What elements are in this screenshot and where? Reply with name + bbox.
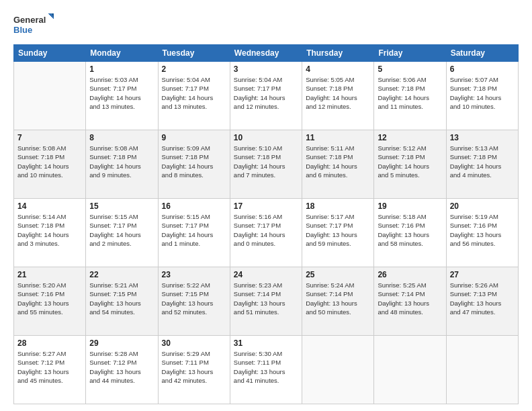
day-number: 13 [450, 133, 515, 142]
svg-text:General: General [13, 15, 46, 25]
day-info: Sunrise: 5:10 AMSunset: 7:18 PMDaylight:… [234, 144, 298, 179]
day-info: Sunrise: 5:24 AMSunset: 7:14 PMDaylight:… [306, 281, 370, 316]
day-info: Sunrise: 5:15 AMSunset: 7:17 PMDaylight:… [162, 212, 226, 248]
day-number: 8 [89, 133, 154, 142]
week-row-5: 28Sunrise: 5:27 AMSunset: 7:12 PMDayligh… [14, 336, 519, 404]
day-info: Sunrise: 5:07 AMSunset: 7:18 PMDaylight:… [450, 75, 515, 111]
day-info: Sunrise: 5:17 AMSunset: 7:17 PMDaylight:… [306, 212, 370, 248]
day-number: 3 [234, 64, 298, 74]
day-info: Sunrise: 5:13 AMSunset: 7:18 PMDaylight:… [450, 144, 515, 179]
day-info: Sunrise: 5:08 AMSunset: 7:18 PMDaylight:… [89, 144, 154, 179]
day-info: Sunrise: 5:06 AMSunset: 7:18 PMDaylight:… [378, 75, 442, 111]
calendar-cell: 28Sunrise: 5:27 AMSunset: 7:12 PMDayligh… [14, 336, 86, 404]
weekday-tuesday: Tuesday [158, 45, 230, 62]
logo-svg: General Blue [13, 11, 54, 38]
day-info: Sunrise: 5:30 AMSunset: 7:11 PMDaylight:… [234, 349, 298, 385]
day-number: 1 [89, 64, 154, 74]
calendar-cell: 24Sunrise: 5:23 AMSunset: 7:14 PMDayligh… [230, 267, 302, 336]
day-number: 20 [450, 201, 515, 211]
calendar-cell: 18Sunrise: 5:17 AMSunset: 7:17 PMDayligh… [302, 199, 374, 267]
day-number: 21 [17, 270, 82, 279]
day-number: 14 [17, 201, 82, 211]
calendar-cell: 1Sunrise: 5:03 AMSunset: 7:17 PMDaylight… [86, 62, 158, 130]
day-number: 27 [450, 270, 515, 279]
day-info: Sunrise: 5:04 AMSunset: 7:17 PMDaylight:… [234, 75, 298, 111]
day-info: Sunrise: 5:05 AMSunset: 7:18 PMDaylight:… [306, 75, 370, 111]
day-number: 28 [17, 338, 82, 348]
day-number: 31 [234, 338, 298, 348]
day-info: Sunrise: 5:11 AMSunset: 7:18 PMDaylight:… [306, 144, 370, 179]
week-row-4: 21Sunrise: 5:20 AMSunset: 7:16 PMDayligh… [14, 267, 519, 336]
day-info: Sunrise: 5:08 AMSunset: 7:18 PMDaylight:… [17, 144, 82, 179]
calendar-cell [302, 336, 374, 404]
calendar-cell: 5Sunrise: 5:06 AMSunset: 7:18 PMDaylight… [374, 62, 446, 130]
day-info: Sunrise: 5:18 AMSunset: 7:16 PMDaylight:… [378, 212, 442, 248]
header: General Blue [13, 11, 519, 38]
day-info: Sunrise: 5:29 AMSunset: 7:11 PMDaylight:… [162, 349, 226, 385]
day-number: 7 [17, 133, 82, 142]
logo: General Blue [13, 11, 54, 38]
calendar-cell: 10Sunrise: 5:10 AMSunset: 7:18 PMDayligh… [230, 130, 302, 199]
day-number: 26 [378, 270, 442, 279]
day-info: Sunrise: 5:15 AMSunset: 7:17 PMDaylight:… [89, 212, 154, 248]
day-number: 23 [162, 270, 226, 279]
calendar-cell: 11Sunrise: 5:11 AMSunset: 7:18 PMDayligh… [302, 130, 374, 199]
day-number: 18 [306, 201, 370, 211]
day-info: Sunrise: 5:27 AMSunset: 7:12 PMDaylight:… [17, 349, 82, 385]
calendar-cell: 7Sunrise: 5:08 AMSunset: 7:18 PMDaylight… [14, 130, 86, 199]
calendar-cell: 14Sunrise: 5:14 AMSunset: 7:18 PMDayligh… [14, 199, 86, 267]
svg-text:Blue: Blue [13, 25, 32, 35]
day-info: Sunrise: 5:25 AMSunset: 7:14 PMDaylight:… [378, 281, 442, 316]
weekday-monday: Monday [86, 45, 158, 62]
day-number: 29 [89, 338, 154, 348]
day-info: Sunrise: 5:09 AMSunset: 7:18 PMDaylight:… [162, 144, 226, 179]
day-info: Sunrise: 5:28 AMSunset: 7:12 PMDaylight:… [89, 349, 154, 385]
day-number: 4 [306, 64, 370, 74]
week-row-2: 7Sunrise: 5:08 AMSunset: 7:18 PMDaylight… [14, 130, 519, 199]
day-number: 12 [378, 133, 442, 142]
day-number: 5 [378, 64, 442, 74]
calendar-table: SundayMondayTuesdayWednesdayThursdayFrid… [13, 44, 519, 404]
day-number: 25 [306, 270, 370, 279]
calendar-cell: 13Sunrise: 5:13 AMSunset: 7:18 PMDayligh… [446, 130, 518, 199]
day-number: 15 [89, 201, 154, 211]
weekday-wednesday: Wednesday [230, 45, 302, 62]
calendar-cell: 16Sunrise: 5:15 AMSunset: 7:17 PMDayligh… [158, 199, 230, 267]
day-info: Sunrise: 5:12 AMSunset: 7:18 PMDaylight:… [378, 144, 442, 179]
calendar-cell: 27Sunrise: 5:26 AMSunset: 7:13 PMDayligh… [446, 267, 518, 336]
week-row-3: 14Sunrise: 5:14 AMSunset: 7:18 PMDayligh… [14, 199, 519, 267]
day-number: 11 [306, 133, 370, 142]
day-number: 10 [234, 133, 298, 142]
calendar-cell: 25Sunrise: 5:24 AMSunset: 7:14 PMDayligh… [302, 267, 374, 336]
calendar-cell: 6Sunrise: 5:07 AMSunset: 7:18 PMDaylight… [446, 62, 518, 130]
day-number: 30 [162, 338, 226, 348]
day-number: 2 [162, 64, 226, 74]
day-info: Sunrise: 5:20 AMSunset: 7:16 PMDaylight:… [17, 281, 82, 316]
calendar-cell: 17Sunrise: 5:16 AMSunset: 7:17 PMDayligh… [230, 199, 302, 267]
calendar-cell: 31Sunrise: 5:30 AMSunset: 7:11 PMDayligh… [230, 336, 302, 404]
day-info: Sunrise: 5:16 AMSunset: 7:17 PMDaylight:… [234, 212, 298, 248]
calendar-cell: 12Sunrise: 5:12 AMSunset: 7:18 PMDayligh… [374, 130, 446, 199]
calendar-cell: 2Sunrise: 5:04 AMSunset: 7:17 PMDaylight… [158, 62, 230, 130]
day-number: 19 [378, 201, 442, 211]
day-info: Sunrise: 5:23 AMSunset: 7:14 PMDaylight:… [234, 281, 298, 316]
calendar-cell [374, 336, 446, 404]
day-info: Sunrise: 5:03 AMSunset: 7:17 PMDaylight:… [89, 75, 154, 111]
day-info: Sunrise: 5:26 AMSunset: 7:13 PMDaylight:… [450, 281, 515, 316]
day-info: Sunrise: 5:04 AMSunset: 7:17 PMDaylight:… [162, 75, 226, 111]
day-number: 17 [234, 201, 298, 211]
calendar-cell: 15Sunrise: 5:15 AMSunset: 7:17 PMDayligh… [86, 199, 158, 267]
weekday-saturday: Saturday [446, 45, 518, 62]
calendar-cell: 9Sunrise: 5:09 AMSunset: 7:18 PMDaylight… [158, 130, 230, 199]
day-number: 22 [89, 270, 154, 279]
day-number: 16 [162, 201, 226, 211]
calendar-cell: 23Sunrise: 5:22 AMSunset: 7:15 PMDayligh… [158, 267, 230, 336]
weekday-sunday: Sunday [14, 45, 86, 62]
weekday-header-row: SundayMondayTuesdayWednesdayThursdayFrid… [14, 45, 519, 62]
day-info: Sunrise: 5:14 AMSunset: 7:18 PMDaylight:… [17, 212, 82, 248]
calendar-cell: 22Sunrise: 5:21 AMSunset: 7:15 PMDayligh… [86, 267, 158, 336]
weekday-friday: Friday [374, 45, 446, 62]
calendar-cell [14, 62, 86, 130]
calendar-cell: 20Sunrise: 5:19 AMSunset: 7:16 PMDayligh… [446, 199, 518, 267]
calendar-cell: 8Sunrise: 5:08 AMSunset: 7:18 PMDaylight… [86, 130, 158, 199]
